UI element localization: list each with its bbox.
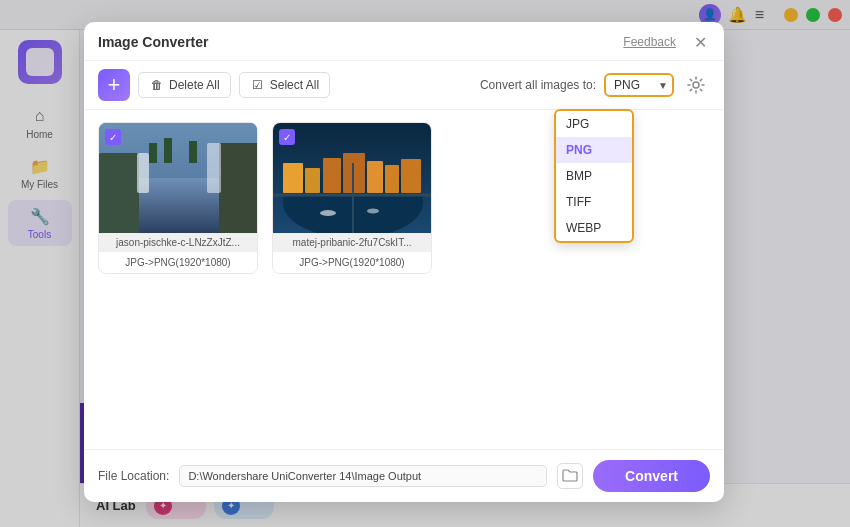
svg-rect-16 [367, 161, 383, 193]
format-option-webp[interactable]: WEBP [556, 215, 632, 241]
add-image-button[interactable]: + [98, 69, 130, 101]
svg-rect-18 [401, 159, 421, 193]
svg-point-0 [693, 82, 699, 88]
image-card-2-name: matej-pribanic-2fu7CskIT... [273, 233, 431, 251]
image-card-1-name: jason-pischke-c-LNzZxJtZ... [99, 233, 257, 251]
aerial-city-svg [273, 123, 431, 233]
convert-button[interactable]: Convert [593, 460, 710, 492]
format-selector[interactable]: PNG [604, 73, 674, 97]
waterfall-image [99, 123, 257, 233]
format-option-bmp[interactable]: BMP [556, 163, 632, 189]
svg-point-19 [320, 210, 336, 216]
format-option-tiff[interactable]: TIFF [556, 189, 632, 215]
image-card-2-checkbox[interactable]: ✓ [279, 129, 295, 145]
svg-rect-17 [385, 165, 399, 193]
waterfall-svg [99, 123, 257, 233]
select-all-button[interactable]: ☑ Select All [239, 72, 330, 98]
dialog-header: Image Converter Feedback ✕ [84, 22, 724, 61]
delete-icon: 🗑 [149, 77, 165, 93]
svg-rect-5 [137, 153, 149, 193]
folder-open-icon [562, 468, 578, 484]
svg-rect-8 [164, 138, 172, 163]
svg-rect-6 [207, 143, 221, 193]
delete-all-button[interactable]: 🗑 Delete All [138, 72, 231, 98]
gear-icon [687, 76, 705, 94]
svg-rect-9 [189, 141, 197, 163]
image-card-1-label: JPG->PNG(1920*1080) [99, 251, 257, 273]
dialog-footer: File Location: Convert [84, 449, 724, 502]
select-icon: ☑ [250, 77, 266, 93]
settings-button[interactable] [682, 71, 710, 99]
toolbar-row: + 🗑 Delete All ☑ Select All Convert all … [84, 61, 724, 110]
app-background: 👤 🔔 ≡ ⌂ Home 📁 My Files 🔧 Tools [0, 0, 850, 527]
format-dropdown: JPG PNG BMP TIFF WEBP [554, 109, 634, 243]
svg-rect-3 [99, 153, 139, 233]
image-converter-dialog: Image Converter Feedback ✕ + 🗑 Delete Al… [84, 22, 724, 502]
file-location-input[interactable] [179, 465, 547, 487]
image-card-2[interactable]: ✓ [272, 122, 432, 274]
svg-point-20 [367, 209, 379, 214]
file-location-label: File Location: [98, 469, 169, 483]
svg-rect-13 [305, 168, 320, 193]
dialog-close-button[interactable]: ✕ [690, 32, 710, 52]
image-card-1[interactable]: ✓ [98, 122, 258, 274]
browse-folder-button[interactable] [557, 463, 583, 489]
image-card-1-thumbnail [99, 123, 257, 233]
dialog-title: Image Converter [98, 34, 208, 50]
svg-rect-14 [323, 158, 341, 193]
svg-rect-7 [149, 143, 157, 163]
image-card-1-checkbox[interactable]: ✓ [105, 129, 121, 145]
image-card-2-thumbnail [273, 123, 431, 233]
dialog-header-actions: Feedback ✕ [623, 32, 710, 52]
svg-rect-4 [219, 143, 257, 233]
feedback-link[interactable]: Feedback [623, 35, 676, 49]
format-option-jpg[interactable]: JPG [556, 111, 632, 137]
svg-rect-12 [283, 163, 303, 193]
format-selector-wrapper: PNG ▼ JPG PNG BMP TIFF WEBP [604, 73, 674, 97]
convert-all-label: Convert all images to: [480, 78, 596, 92]
image-card-2-label: JPG->PNG(1920*1080) [273, 251, 431, 273]
format-option-png[interactable]: PNG [556, 137, 632, 163]
